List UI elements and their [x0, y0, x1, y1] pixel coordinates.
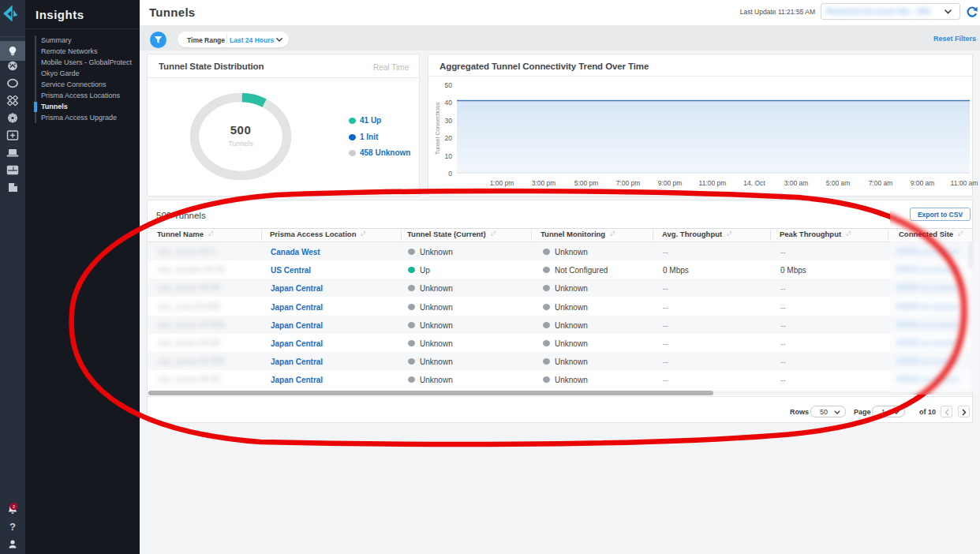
svg-text:2: 2 — [13, 504, 15, 509]
